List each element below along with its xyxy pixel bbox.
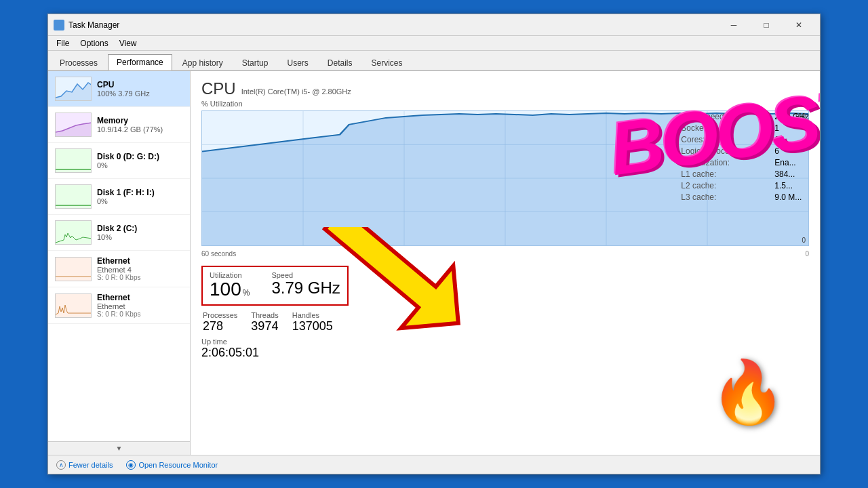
sockets-row: Sockets: 1 (681, 123, 809, 133)
uptime-row: Up time 2:06:05:01 (201, 338, 809, 360)
right-stats: Base speed: 2.81 GHz Sockets: 1 Cores: 6… (681, 112, 809, 204)
handles-value: 137005 (292, 319, 333, 333)
sidebar-item-ethernet2[interactable]: Ethernet Ethernet S: 0 R: 0 Kbps (48, 287, 190, 324)
detail-panel: CPU Intel(R) Core(TM) i5- @ 2.80GHz % Ut… (191, 71, 820, 455)
ethernet2-thumbnail (55, 293, 92, 318)
ethernet2-sub2: S: 0 R: 0 Kbps (97, 310, 183, 318)
handles-label: Handles (292, 311, 333, 319)
threads-value: 3974 (251, 319, 278, 333)
sidebar-item-disk2[interactable]: Disk 2 (C:) 10% (48, 215, 190, 251)
virtualization-value: Ena... (774, 158, 795, 167)
l2-value: 1.5... (774, 181, 793, 190)
svg-marker-5 (56, 123, 92, 137)
cpu-title-row: CPU Intel(R) Core(TM) i5- @ 2.80GHz (201, 79, 809, 98)
sidebar-item-disk0[interactable]: Disk 0 (D: G: D:) 0% (48, 143, 190, 179)
tab-performance[interactable]: Performance (108, 54, 172, 70)
speed-block: Speed 3.79 GHz (271, 271, 340, 300)
tab-details[interactable]: Details (319, 55, 361, 70)
l3-value: 9.0 M... (774, 192, 802, 202)
processes-block: Processes 278 (203, 311, 237, 333)
disk1-name: Disk 1 (F: H: I:) (97, 188, 183, 197)
menu-file[interactable]: File (51, 37, 75, 49)
ethernet1-info: Ethernet Ethernet 4 S: 0 R: 0 Kbps (97, 256, 183, 281)
cores-value: 6 (774, 135, 779, 144)
monitor-icon: ◉ (126, 460, 136, 470)
utilization-block: Utilization 100 % (210, 271, 250, 300)
l3-row: L3 cache: 9.0 M... (681, 192, 809, 202)
disk0-thumbnail (55, 148, 92, 173)
scroll-down-arrow[interactable]: ▼ (48, 441, 190, 455)
cpu-detail-subtitle: Intel(R) Core(TM) i5- @ 2.80GHz (241, 87, 351, 96)
speed-value: 3.79 GHz (271, 279, 340, 297)
disk1-thumbnail (55, 184, 92, 209)
svg-rect-0 (56, 22, 58, 24)
sidebar: CPU 100% 3.79 GHz Memory 10.9/14.2 GB (48, 71, 191, 455)
disk2-thumbnail (55, 220, 92, 245)
l3-label: L3 cache: (681, 192, 769, 202)
tab-startup[interactable]: Startup (233, 55, 277, 70)
open-monitor-button[interactable]: ◉ Open Resource Monitor (126, 460, 218, 470)
tab-app-history[interactable]: App history (174, 55, 232, 70)
virtualization-row: Virtualization: Ena... (681, 158, 809, 167)
sockets-label: Sockets: (681, 123, 769, 133)
util-label: % Utilization (201, 100, 809, 108)
ethernet1-sub2: S: 0 R: 0 Kbps (97, 274, 183, 281)
menu-view[interactable]: View (114, 37, 142, 49)
graph-min-label: 0 (802, 237, 806, 244)
window-title: Task Manager (68, 20, 119, 30)
l1-row: L1 cache: 384... (681, 169, 809, 179)
logical-row: Logical processors: 6 (681, 146, 809, 156)
logical-label: Logical processors: (681, 146, 769, 156)
memory-thumbnail (55, 113, 92, 137)
fewer-details-button[interactable]: ∧ Fewer details (56, 460, 113, 470)
footer-bar: ∧ Fewer details ◉ Open Resource Monitor (48, 455, 820, 474)
maximize-button[interactable]: □ (751, 16, 782, 35)
sockets-value: 1 (774, 123, 779, 133)
ethernet1-sub: Ethernet 4 (97, 266, 183, 274)
sidebar-item-memory[interactable]: Memory 10.9/14.2 GB (77%) (48, 107, 190, 143)
disk2-sub: 10% (97, 233, 183, 241)
time-label: 60 seconds (201, 250, 236, 258)
sidebar-scroll[interactable]: CPU 100% 3.79 GHz Memory 10.9/14.2 GB (48, 71, 190, 441)
l1-value: 384... (774, 169, 795, 179)
l2-row: L2 cache: 1.5... (681, 181, 809, 190)
menu-options[interactable]: Options (75, 37, 113, 49)
uptime-value: 2:06:05:01 (201, 346, 809, 360)
svg-rect-3 (60, 26, 62, 28)
task-manager-window: Task Manager ─ □ ✕ File Options View Pro… (47, 14, 821, 474)
counts-row: Processes 278 Threads 3974 Handles 13700… (203, 311, 809, 333)
memory-sub: 10.9/14.2 GB (77%) (97, 125, 183, 134)
close-button[interactable]: ✕ (783, 16, 814, 35)
chevron-up-icon: ∧ (56, 460, 66, 470)
sidebar-item-disk1[interactable]: Disk 1 (F: H: I:) 0% (48, 179, 190, 215)
cores-row: Cores: 6 (681, 135, 809, 144)
disk0-sub: 0% (97, 161, 183, 169)
cpu-thumbnail (55, 77, 92, 101)
sidebar-item-ethernet1[interactable]: Ethernet Ethernet 4 S: 0 R: 0 Kbps (48, 251, 190, 287)
threads-label: Threads (251, 311, 278, 319)
util-unit: % (243, 288, 250, 298)
cpu-info: CPU 100% 3.79 GHz (97, 80, 183, 98)
ethernet2-sub: Ethernet (97, 302, 183, 310)
time-right: 0 (805, 250, 809, 259)
svg-rect-2 (56, 26, 58, 28)
tab-services[interactable]: Services (363, 55, 412, 70)
disk0-info: Disk 0 (D: G: D:) 0% (97, 152, 183, 169)
virtualization-label: Virtualization: (681, 158, 769, 167)
threads-block: Threads 3974 (251, 311, 278, 333)
tab-processes[interactable]: Processes (51, 55, 106, 70)
tab-users[interactable]: Users (278, 55, 317, 70)
handles-block: Handles 137005 (292, 311, 333, 333)
disk2-name: Disk 2 (C:) (97, 224, 183, 233)
disk1-sub: 0% (97, 197, 183, 205)
ethernet2-info: Ethernet Ethernet S: 0 R: 0 Kbps (97, 293, 183, 318)
open-monitor-label: Open Resource Monitor (138, 461, 218, 469)
cpu-sub: 100% 3.79 GHz (97, 89, 183, 98)
main-content: CPU 100% 3.79 GHz Memory 10.9/14.2 GB (48, 71, 820, 455)
fewer-details-label: Fewer details (68, 461, 113, 469)
sidebar-item-cpu[interactable]: CPU 100% 3.79 GHz (48, 71, 190, 107)
processes-value: 278 (203, 319, 237, 333)
disk0-name: Disk 0 (D: G: D:) (97, 152, 183, 161)
minimize-button[interactable]: ─ (718, 16, 749, 35)
tabs-bar: Processes Performance App history Startu… (48, 51, 820, 71)
